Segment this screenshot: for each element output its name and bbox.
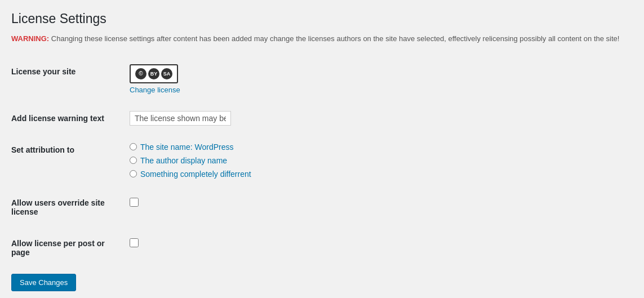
attribution-row: Set attribution to The site name: WordPr… bbox=[11, 134, 633, 187]
users-override-checkbox-wrapper bbox=[130, 195, 627, 207]
by-icon: BY bbox=[148, 68, 159, 79]
warning-message: WARNING: Changing these license settings… bbox=[11, 33, 633, 45]
cc-license-badge: © BY SA bbox=[130, 64, 178, 83]
per-post-label: Allow license per post or page bbox=[11, 228, 130, 268]
attribution-radio-2[interactable] bbox=[130, 170, 137, 177]
users-override-label: Allow users override site license bbox=[11, 187, 130, 228]
attribution-option-0[interactable]: The site name: WordPress bbox=[130, 143, 627, 152]
sa-icon: SA bbox=[161, 68, 172, 79]
warning-body: Changing these license settings after co… bbox=[51, 34, 620, 43]
users-override-cell bbox=[130, 187, 633, 228]
save-changes-button[interactable]: Save Changes bbox=[11, 274, 76, 291]
page-title: License Settings bbox=[11, 11, 633, 26]
attribution-option-1[interactable]: The author display name bbox=[130, 156, 627, 165]
attribution-radio-group: The site name: WordPress The author disp… bbox=[130, 143, 627, 179]
per-post-cell bbox=[130, 228, 633, 268]
warning-label: WARNING: bbox=[11, 34, 49, 43]
warning-text-row: Add license warning text bbox=[11, 103, 633, 134]
change-license-link[interactable]: Change license bbox=[130, 86, 627, 94]
attribution-radio-0[interactable] bbox=[130, 143, 137, 150]
per-post-checkbox[interactable] bbox=[130, 238, 139, 247]
warning-text-label: Add license warning text bbox=[11, 103, 130, 134]
users-override-row: Allow users override site license bbox=[11, 187, 633, 228]
attribution-option-0-label: The site name: WordPress bbox=[140, 143, 233, 152]
attribution-cell: The site name: WordPress The author disp… bbox=[130, 134, 633, 187]
cc-icon: © bbox=[135, 68, 146, 79]
license-site-label: License your site bbox=[11, 56, 130, 103]
attribution-option-2[interactable]: Something completely differrent bbox=[130, 170, 627, 179]
per-post-row: Allow license per post or page bbox=[11, 228, 633, 268]
warning-text-cell bbox=[130, 103, 633, 134]
attribution-label: Set attribution to bbox=[11, 134, 130, 187]
license-site-cell: © BY SA Change license bbox=[130, 56, 633, 103]
warning-text-input[interactable] bbox=[130, 111, 231, 126]
attribution-option-2-label: Something completely differrent bbox=[140, 170, 251, 179]
attribution-option-1-label: The author display name bbox=[140, 156, 227, 165]
license-site-row: License your site © BY SA Change license bbox=[11, 56, 633, 103]
settings-form-table: License your site © BY SA Change license… bbox=[11, 56, 633, 268]
attribution-radio-1[interactable] bbox=[130, 157, 137, 164]
license-image-wrapper: © BY SA Change license bbox=[130, 64, 627, 94]
settings-page: License Settings WARNING: Changing these… bbox=[0, 0, 644, 298]
users-override-checkbox[interactable] bbox=[130, 198, 139, 207]
per-post-checkbox-wrapper bbox=[130, 236, 627, 247]
